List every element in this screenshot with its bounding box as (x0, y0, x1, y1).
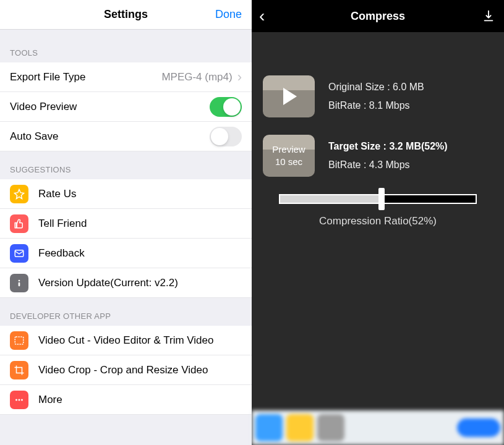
svg-point-6 (21, 399, 23, 400)
section-header-tools: TOOLS (0, 30, 252, 62)
video-cut-icon (10, 331, 28, 350)
compression-slider[interactable] (279, 194, 477, 204)
feedback-row[interactable]: Feedback (0, 239, 252, 268)
svg-point-2 (19, 279, 20, 281)
original-thumbnail[interactable] (263, 75, 315, 117)
thumbs-up-icon (10, 214, 28, 233)
export-file-type-label: Export File Type (10, 71, 161, 83)
preview-line1: Preview (272, 144, 305, 155)
ad-app-icon (286, 414, 314, 441)
svg-point-4 (15, 399, 17, 400)
feedback-label: Feedback (38, 247, 242, 260)
settings-title: Settings (104, 8, 148, 21)
original-info-text: Original Size : 6.0 MB BitRate : 8.1 Mbp… (328, 78, 424, 116)
section-header-developer: DEVELOPER OTHER APP (0, 298, 252, 326)
star-icon (10, 185, 28, 203)
video-preview-row: Video Preview (0, 92, 252, 122)
preview-line2: 10 sec (275, 156, 302, 167)
download-button[interactable] (482, 9, 495, 23)
original-bitrate: BitRate : 8.1 Mbps (328, 96, 424, 115)
settings-panel: Settings Done TOOLS Export File Type MPE… (0, 0, 252, 445)
mail-icon (10, 244, 28, 263)
compression-slider-label: Compression Ratio(52%) (263, 215, 493, 227)
target-size: Target Size : 3.2 MB(52%) (328, 137, 448, 156)
download-icon (482, 9, 495, 23)
video-preview-toggle[interactable] (210, 97, 242, 117)
video-preview-label: Video Preview (10, 101, 210, 113)
auto-save-label: Auto Save (10, 130, 210, 143)
compress-body: Original Size : 6.0 MB BitRate : 8.1 Mbp… (252, 32, 504, 227)
svg-point-5 (19, 399, 20, 400)
auto-save-row: Auto Save (0, 122, 252, 151)
ad-cta-button[interactable] (457, 418, 500, 437)
done-button[interactable]: Done (215, 8, 242, 21)
compression-slider-fill (280, 195, 382, 203)
compress-title: Compress (351, 10, 405, 23)
rate-us-row[interactable]: Rate Us (0, 179, 252, 209)
video-cut-label: Video Cut - Video Editor & Trim Video (38, 334, 242, 347)
settings-header: Settings Done (0, 0, 252, 30)
preview-thumbnail[interactable]: Preview 10 sec (263, 135, 315, 177)
rate-us-label: Rate Us (38, 188, 242, 200)
more-icon (10, 391, 28, 409)
original-info-row: Original Size : 6.0 MB BitRate : 8.1 Mbp… (263, 75, 493, 117)
ad-app-icon (317, 414, 344, 441)
tell-friend-label: Tell Friend (38, 218, 242, 230)
video-crop-label: Video Crop - Crop and Resize Video (38, 364, 242, 376)
target-info-text: Target Size : 3.2 MB(52%) BitRate : 4.3 … (328, 137, 448, 175)
more-label: More (38, 394, 242, 406)
chevron-right-icon: › (237, 70, 242, 84)
compression-slider-wrap: Compression Ratio(52%) (263, 194, 493, 227)
ad-banner[interactable] (252, 410, 504, 445)
compression-slider-thumb[interactable] (378, 188, 385, 210)
video-cut-row[interactable]: Video Cut - Video Editor & Trim Video (0, 326, 252, 355)
compress-header: ‹ Compress (252, 0, 504, 32)
svg-rect-3 (15, 337, 23, 344)
more-row[interactable]: More (0, 385, 252, 415)
preview-thumbnail-text: Preview 10 sec (272, 143, 305, 169)
back-button[interactable]: ‹ (259, 7, 265, 25)
ad-app-icon (255, 414, 283, 441)
export-file-type-value: MPEG-4 (mp4) (161, 71, 232, 83)
export-file-type-row[interactable]: Export File Type MPEG-4 (mp4) › (0, 62, 252, 92)
original-size: Original Size : 6.0 MB (328, 78, 424, 96)
version-update-row[interactable]: Version Update(Current: v2.2) (0, 268, 252, 298)
section-header-suggestions: SUGGESTIONS (0, 151, 252, 179)
svg-rect-1 (19, 282, 20, 286)
play-icon (283, 88, 297, 105)
compress-panel: ‹ Compress Original Size : 6.0 MB BitRat… (252, 0, 504, 445)
auto-save-toggle[interactable] (210, 127, 242, 146)
version-update-label: Version Update(Current: v2.2) (38, 277, 242, 289)
video-crop-icon (10, 361, 28, 379)
info-icon (10, 274, 28, 292)
target-bitrate: BitRate : 4.3 Mbps (328, 156, 448, 174)
target-info-row: Preview 10 sec Target Size : 3.2 MB(52%)… (263, 135, 493, 177)
tell-friend-row[interactable]: Tell Friend (0, 209, 252, 239)
video-crop-row[interactable]: Video Crop - Crop and Resize Video (0, 355, 252, 385)
